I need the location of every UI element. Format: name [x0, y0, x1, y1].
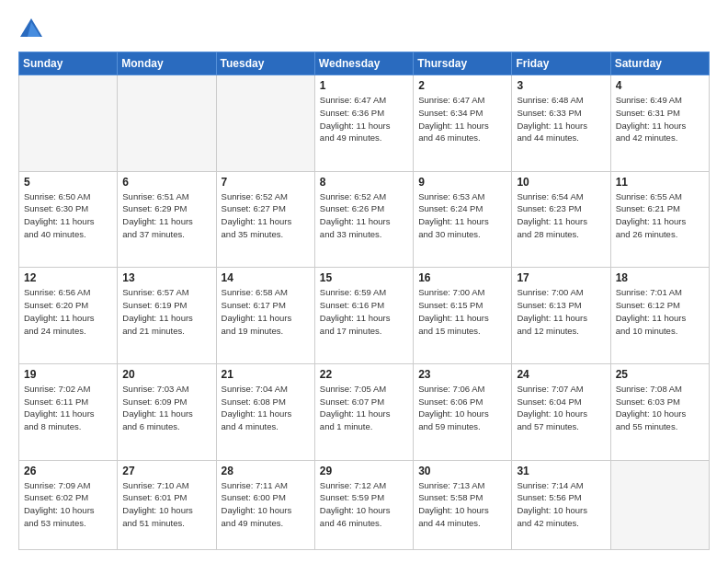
day-info: Sunrise: 7:13 AM Sunset: 5:58 PM Dayligh…: [418, 479, 506, 530]
day-info: Sunrise: 6:59 AM Sunset: 6:16 PM Dayligh…: [320, 286, 408, 337]
day-info: Sunrise: 7:14 AM Sunset: 5:56 PM Dayligh…: [517, 479, 605, 530]
day-info: Sunrise: 6:52 AM Sunset: 6:26 PM Dayligh…: [320, 190, 408, 241]
day-number: 25: [616, 368, 704, 381]
calendar-week-4: 19Sunrise: 7:02 AM Sunset: 6:11 PM Dayli…: [19, 363, 710, 460]
calendar-cell: 11Sunrise: 6:55 AM Sunset: 6:21 PM Dayli…: [610, 171, 709, 268]
day-number: 4: [616, 79, 704, 92]
calendar-cell: 3Sunrise: 6:48 AM Sunset: 6:33 PM Daylig…: [512, 75, 610, 172]
day-number: 5: [24, 176, 112, 189]
day-number: 18: [616, 271, 704, 284]
day-number: 15: [320, 271, 408, 284]
day-info: Sunrise: 6:51 AM Sunset: 6:29 PM Dayligh…: [122, 190, 210, 241]
calendar-cell: 26Sunrise: 7:09 AM Sunset: 6:02 PM Dayli…: [19, 460, 118, 550]
calendar-cell: 7Sunrise: 6:52 AM Sunset: 6:27 PM Daylig…: [216, 171, 314, 268]
calendar-cell: 4Sunrise: 6:49 AM Sunset: 6:31 PM Daylig…: [610, 75, 709, 172]
day-info: Sunrise: 6:53 AM Sunset: 6:24 PM Dayligh…: [418, 190, 506, 241]
calendar-cell: 2Sunrise: 6:47 AM Sunset: 6:34 PM Daylig…: [414, 75, 512, 172]
logo-icon: [18, 17, 44, 42]
day-number: 21: [222, 368, 310, 381]
calendar-cell: 6Sunrise: 6:51 AM Sunset: 6:29 PM Daylig…: [118, 171, 216, 268]
day-number: 11: [616, 176, 704, 189]
calendar-cell: [19, 75, 118, 172]
calendar-cell: 22Sunrise: 7:05 AM Sunset: 6:07 PM Dayli…: [314, 363, 413, 460]
day-info: Sunrise: 7:00 AM Sunset: 6:13 PM Dayligh…: [517, 286, 605, 337]
calendar-cell: [216, 75, 314, 172]
calendar-cell: 15Sunrise: 6:59 AM Sunset: 6:16 PM Dayli…: [314, 268, 413, 364]
calendar-cell: 8Sunrise: 6:52 AM Sunset: 6:26 PM Daylig…: [314, 171, 413, 268]
calendar-cell: 13Sunrise: 6:57 AM Sunset: 6:19 PM Dayli…: [118, 268, 216, 364]
calendar-week-3: 12Sunrise: 6:56 AM Sunset: 6:20 PM Dayli…: [19, 268, 710, 364]
day-number: 27: [122, 465, 210, 477]
day-number: 9: [418, 176, 506, 189]
day-number: 14: [222, 271, 310, 284]
day-info: Sunrise: 7:08 AM Sunset: 6:03 PM Dayligh…: [616, 383, 704, 433]
calendar-cell: 14Sunrise: 6:58 AM Sunset: 6:17 PM Dayli…: [216, 268, 314, 364]
day-number: 13: [122, 271, 210, 284]
calendar-cell: 21Sunrise: 7:04 AM Sunset: 6:08 PM Dayli…: [216, 363, 314, 460]
day-info: Sunrise: 7:06 AM Sunset: 6:06 PM Dayligh…: [418, 383, 506, 433]
calendar-cell: [118, 75, 216, 172]
calendar-cell: 18Sunrise: 7:01 AM Sunset: 6:12 PM Dayli…: [610, 268, 709, 364]
day-number: 2: [418, 79, 506, 92]
day-number: 22: [320, 368, 408, 381]
day-number: 31: [517, 465, 605, 477]
calendar-cell: 16Sunrise: 7:00 AM Sunset: 6:15 PM Dayli…: [414, 268, 512, 364]
day-info: Sunrise: 6:52 AM Sunset: 6:27 PM Dayligh…: [222, 190, 310, 241]
day-info: Sunrise: 6:50 AM Sunset: 6:30 PM Dayligh…: [24, 190, 112, 241]
day-number: 7: [222, 176, 310, 189]
weekday-header-monday: Monday: [118, 52, 216, 75]
day-number: 28: [222, 465, 310, 477]
day-info: Sunrise: 7:00 AM Sunset: 6:15 PM Dayligh…: [418, 286, 506, 337]
calendar-cell: 9Sunrise: 6:53 AM Sunset: 6:24 PM Daylig…: [414, 171, 512, 268]
day-number: 23: [418, 368, 506, 381]
weekday-header-saturday: Saturday: [610, 52, 709, 75]
calendar-cell: 28Sunrise: 7:11 AM Sunset: 6:00 PM Dayli…: [216, 460, 314, 550]
calendar-cell: 19Sunrise: 7:02 AM Sunset: 6:11 PM Dayli…: [19, 363, 118, 460]
day-number: 3: [517, 79, 605, 92]
day-info: Sunrise: 7:12 AM Sunset: 5:59 PM Dayligh…: [320, 479, 408, 530]
day-number: 30: [418, 465, 506, 477]
calendar-cell: 29Sunrise: 7:12 AM Sunset: 5:59 PM Dayli…: [314, 460, 413, 550]
day-info: Sunrise: 7:10 AM Sunset: 6:01 PM Dayligh…: [122, 479, 210, 530]
calendar-cell: 10Sunrise: 6:54 AM Sunset: 6:23 PM Dayli…: [512, 171, 610, 268]
day-number: 17: [517, 271, 605, 284]
calendar-cell: 1Sunrise: 6:47 AM Sunset: 6:36 PM Daylig…: [314, 75, 413, 172]
weekday-header-tuesday: Tuesday: [216, 52, 314, 75]
day-info: Sunrise: 6:58 AM Sunset: 6:17 PM Dayligh…: [222, 286, 310, 337]
calendar-cell: 25Sunrise: 7:08 AM Sunset: 6:03 PM Dayli…: [610, 363, 709, 460]
day-number: 24: [517, 368, 605, 381]
day-number: 10: [517, 176, 605, 189]
day-info: Sunrise: 7:07 AM Sunset: 6:04 PM Dayligh…: [517, 383, 605, 433]
weekday-header-wednesday: Wednesday: [314, 52, 413, 75]
day-info: Sunrise: 6:54 AM Sunset: 6:23 PM Dayligh…: [517, 190, 605, 241]
page: SundayMondayTuesdayWednesdayThursdayFrid…: [0, 0, 728, 563]
calendar-cell: 17Sunrise: 7:00 AM Sunset: 6:13 PM Dayli…: [512, 268, 610, 364]
calendar-cell: 20Sunrise: 7:03 AM Sunset: 6:09 PM Dayli…: [118, 363, 216, 460]
calendar-week-5: 26Sunrise: 7:09 AM Sunset: 6:02 PM Dayli…: [19, 460, 710, 550]
calendar-cell: 23Sunrise: 7:06 AM Sunset: 6:06 PM Dayli…: [414, 363, 512, 460]
calendar-cell: [610, 460, 709, 550]
day-info: Sunrise: 6:47 AM Sunset: 6:36 PM Dayligh…: [320, 94, 408, 144]
weekday-header-friday: Friday: [512, 52, 610, 75]
header: [18, 17, 710, 42]
day-info: Sunrise: 7:01 AM Sunset: 6:12 PM Dayligh…: [616, 286, 704, 337]
day-info: Sunrise: 7:04 AM Sunset: 6:08 PM Dayligh…: [222, 383, 310, 433]
day-number: 20: [122, 368, 210, 381]
day-info: Sunrise: 7:11 AM Sunset: 6:00 PM Dayligh…: [222, 479, 310, 530]
day-info: Sunrise: 7:02 AM Sunset: 6:11 PM Dayligh…: [24, 383, 112, 433]
day-number: 1: [320, 79, 408, 92]
day-number: 19: [24, 368, 112, 381]
day-info: Sunrise: 7:05 AM Sunset: 6:07 PM Dayligh…: [320, 383, 408, 433]
calendar-cell: 27Sunrise: 7:10 AM Sunset: 6:01 PM Dayli…: [118, 460, 216, 550]
day-info: Sunrise: 6:49 AM Sunset: 6:31 PM Dayligh…: [616, 94, 704, 144]
day-info: Sunrise: 6:47 AM Sunset: 6:34 PM Dayligh…: [418, 94, 506, 144]
calendar-week-1: 1Sunrise: 6:47 AM Sunset: 6:36 PM Daylig…: [19, 75, 710, 172]
calendar-cell: 24Sunrise: 7:07 AM Sunset: 6:04 PM Dayli…: [512, 363, 610, 460]
calendar-cell: 12Sunrise: 6:56 AM Sunset: 6:20 PM Dayli…: [19, 268, 118, 364]
day-info: Sunrise: 6:55 AM Sunset: 6:21 PM Dayligh…: [616, 190, 704, 241]
logo: [18, 17, 48, 42]
day-info: Sunrise: 6:48 AM Sunset: 6:33 PM Dayligh…: [517, 94, 605, 144]
calendar-cell: 5Sunrise: 6:50 AM Sunset: 6:30 PM Daylig…: [19, 171, 118, 268]
calendar-cell: 30Sunrise: 7:13 AM Sunset: 5:58 PM Dayli…: [414, 460, 512, 550]
day-number: 8: [320, 176, 408, 189]
